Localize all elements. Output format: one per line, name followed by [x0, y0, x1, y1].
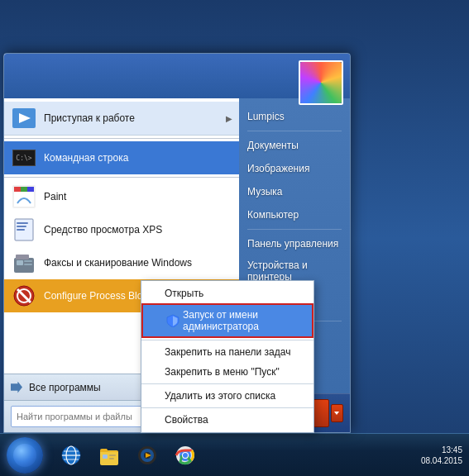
clock-date: 08.04.2015 — [421, 455, 462, 466]
paint-icon — [11, 183, 37, 210]
menu-item-fax[interactable]: Факсы и сканирование Windows — [4, 246, 239, 279]
menu-item-paint[interactable]: Paint — [4, 180, 239, 213]
svg-rect-14 — [24, 260, 32, 262]
right-item-music[interactable]: Музыка — [239, 180, 350, 203]
ctx-sep3 — [141, 407, 313, 408]
all-programs-arrow-icon — [11, 382, 22, 393]
ctx-sep2 — [141, 383, 313, 384]
right-item-images-label: Изображения — [247, 163, 309, 174]
ctx-pin-start[interactable]: Закрепить в меню "Пуск" — [141, 362, 313, 382]
right-item-control-panel[interactable]: Панель управления — [239, 232, 350, 255]
ctx-properties-label: Свойства — [165, 414, 208, 426]
svg-rect-15 — [24, 264, 32, 265]
cmd-icon: C:\> — [11, 145, 37, 171]
svg-rect-28 — [103, 455, 108, 459]
ctx-open[interactable]: Открыть — [141, 283, 313, 303]
svg-rect-9 — [17, 226, 26, 227]
ctx-remove[interactable]: Удалить из этого списка — [141, 386, 313, 406]
right-item-computer-label: Компьютер — [247, 209, 299, 221]
svg-marker-21 — [334, 412, 339, 415]
getstarted-arrow: ▶ — [226, 114, 232, 123]
user-header — [4, 54, 239, 98]
clock-time: 13:45 — [421, 445, 462, 455]
right-item-documents[interactable]: Документы — [239, 134, 350, 157]
right-item-computer[interactable]: Компьютер — [239, 203, 350, 226]
xps-icon — [11, 217, 37, 243]
right-header — [239, 54, 350, 98]
sep1 — [4, 138, 239, 139]
xps-label: Средство просмотра XPS — [44, 224, 162, 236]
start-orb-inner — [13, 444, 36, 467]
paint-label: Paint — [44, 191, 66, 202]
getstarted-icon — [11, 105, 37, 131]
ctx-properties[interactable]: Свойства — [141, 410, 313, 430]
taskbar-ie-icon[interactable] — [53, 437, 89, 474]
menu-item-getstarted[interactable]: Приступая к работе ▶ — [4, 102, 239, 136]
svg-rect-10 — [17, 229, 25, 231]
ctx-pin-taskbar-label: Закрепить на панели задач — [165, 346, 290, 358]
fax-icon — [11, 250, 37, 276]
shield-icon — [166, 313, 179, 328]
svg-point-38 — [183, 453, 188, 458]
taskbar-media-icon[interactable] — [129, 437, 165, 474]
right-item-lumpics-label: Lumpics — [247, 111, 285, 122]
sep2 — [4, 177, 239, 178]
desktop: Приступая к работе ▶ C:\> Командная стро… — [0, 0, 469, 476]
svg-rect-30 — [109, 458, 114, 459]
clock: 13:45 08.04.2015 — [421, 445, 462, 466]
context-menu: Открыть Запуск от имени администратора З… — [141, 280, 314, 433]
start-orb-icon — [7, 437, 43, 474]
cmd-label: Командная строка — [44, 152, 128, 164]
ctx-run-admin-label: Запуск от имени администратора — [183, 309, 295, 332]
svg-rect-5 — [27, 187, 34, 192]
all-programs-label: Все программы — [29, 382, 101, 393]
getstarted-label: Приступая к работе — [44, 112, 135, 124]
ctx-pin-taskbar[interactable]: Закрепить на панели задач — [141, 342, 313, 362]
ctx-open-label: Открыть — [165, 288, 203, 299]
ctx-sep1 — [141, 340, 313, 340]
right-item-images[interactable]: Изображения — [239, 157, 350, 180]
ctx-remove-label: Удалить из этого списка — [165, 390, 275, 402]
shutdown-arrow-button[interactable] — [331, 404, 344, 422]
system-tray: 13:45 08.04.2015 — [421, 445, 469, 466]
right-item-control-panel-label: Панель управления — [247, 238, 338, 250]
right-item-documents-label: Документы — [247, 140, 299, 151]
right-item-music-label: Музыка — [247, 186, 282, 198]
start-button[interactable] — [0, 434, 50, 477]
right-sep2 — [247, 229, 342, 230]
taskbar-icons — [50, 437, 203, 474]
svg-rect-3 — [14, 187, 21, 192]
ctx-run-admin[interactable]: Запуск от имени администратора — [141, 303, 313, 338]
right-sep1 — [247, 131, 342, 131]
svg-rect-13 — [16, 255, 29, 259]
taskbar: 13:45 08.04.2015 — [0, 433, 469, 476]
fax-label: Факсы и сканирование Windows — [44, 257, 192, 269]
taskbar-chrome-icon[interactable] — [167, 437, 203, 474]
taskbar-explorer-icon[interactable] — [91, 437, 127, 474]
avatar — [299, 60, 343, 105]
svg-rect-8 — [17, 222, 28, 224]
right-item-devices-label: Устройства и принтеры — [247, 259, 342, 283]
blocker-icon — [11, 283, 37, 309]
svg-rect-29 — [109, 455, 116, 456]
menu-item-cmd[interactable]: C:\> Командная строка — [4, 141, 239, 174]
svg-rect-12 — [17, 260, 23, 265]
svg-rect-4 — [21, 187, 27, 192]
menu-item-xps[interactable]: Средство просмотра XPS — [4, 213, 239, 246]
ctx-pin-start-label: Закрепить в меню "Пуск" — [165, 366, 280, 378]
right-item-lumpics[interactable]: Lumpics — [239, 105, 350, 128]
